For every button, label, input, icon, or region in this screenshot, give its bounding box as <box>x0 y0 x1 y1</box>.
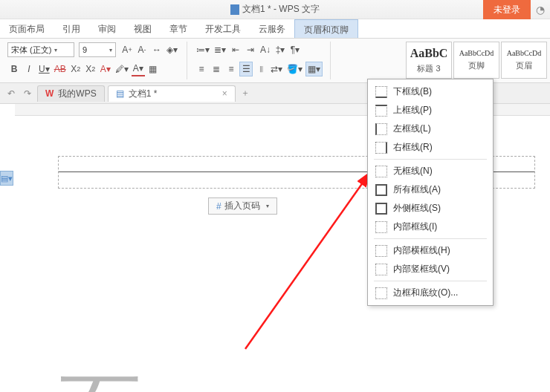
border-top-item[interactable]: 上框线(P) <box>369 101 491 120</box>
menu-devtools[interactable]: 开发工具 <box>196 19 250 38</box>
border-right-icon <box>375 142 387 154</box>
title-text: 文档1 * - WPS 文字 <box>230 3 320 16</box>
new-tab-button[interactable]: ＋ <box>239 87 252 100</box>
line-spacing-button[interactable]: ‡▾ <box>274 42 287 57</box>
border-dropdown-menu: 下框线(B) 上框线(P) 左框线(L) 右框线(R) 无框线(N) 所有框线(… <box>367 79 494 306</box>
page-number-icon: # <box>216 201 221 212</box>
ribbon: 宋体 (正文) ▾ 9 ▾ A+ A- ↔ ◈▾ B I U▾ AB X2 X2… <box>0 39 550 83</box>
border-top-icon <box>375 105 387 117</box>
border-inside-v-icon <box>375 264 387 275</box>
menu-review[interactable]: 审阅 <box>89 19 125 38</box>
menu-cloud[interactable]: 云服务 <box>250 19 294 38</box>
subscript-button[interactable]: X2 <box>84 62 97 76</box>
superscript-button[interactable]: X2 <box>69 62 82 76</box>
clear-format-button[interactable]: ◈▾ <box>165 42 179 57</box>
menu-separator <box>374 281 487 281</box>
font-name-value: 宋体 (正文) <box>11 45 51 56</box>
doc-icon: ▤ <box>116 88 124 99</box>
border-outside-item[interactable]: 外侧框线(S) <box>369 199 491 218</box>
align-justify-button[interactable]: ☰ <box>239 62 253 76</box>
tab-doc1[interactable]: ▤ 文档1 * × <box>108 85 236 102</box>
divider <box>187 42 187 79</box>
border-and-shading-item[interactable]: 边框和底纹(O)... <box>369 284 491 302</box>
menu-separator <box>374 238 487 239</box>
style-footer[interactable]: AaBbCcDd 页脚 <box>453 42 499 79</box>
shading-button[interactable]: 🪣▾ <box>285 62 304 76</box>
redo-button[interactable]: ↷ <box>21 87 34 100</box>
wps-logo-icon: W <box>45 88 54 99</box>
nav-pane-toggle[interactable]: ▤▾ <box>0 171 13 186</box>
document-body-text[interactable]: 百 <box>59 356 141 392</box>
chevron-down-icon: ▾ <box>109 47 112 53</box>
bold-button[interactable]: B <box>7 62 21 76</box>
styles-gallery: AaBbC 标题 3 AaBbCcDd 页脚 AaBbCcDd 页眉 <box>406 42 547 79</box>
menu-chapter[interactable]: 章节 <box>161 19 196 38</box>
strikethrough-button[interactable]: AB <box>53 62 68 76</box>
align-right-button[interactable]: ≡ <box>224 62 238 76</box>
style-header[interactable]: AaBbCcDd 页眉 <box>501 42 547 79</box>
font-color-button[interactable]: A▾ <box>132 62 145 76</box>
font-size-combo[interactable]: 9 ▾ <box>79 42 116 57</box>
border-right-item[interactable]: 右框线(R) <box>369 138 491 157</box>
style-heading3[interactable]: AaBbC 标题 3 <box>406 42 452 79</box>
show-marks-button[interactable]: ¶▾ <box>288 42 302 57</box>
change-case-button[interactable]: ↔ <box>150 42 164 57</box>
undo-button[interactable]: ↶ <box>4 87 18 100</box>
border-bottom-icon <box>375 86 387 98</box>
border-all-item[interactable]: 所有框线(A) <box>369 180 491 199</box>
underline-button[interactable]: U▾ <box>37 62 51 76</box>
border-outside-icon <box>375 203 387 215</box>
indent-button[interactable]: ⇄▾ <box>269 62 284 76</box>
menu-separator <box>374 159 487 160</box>
sort-button[interactable]: A↓ <box>259 42 272 57</box>
border-none-item[interactable]: 无框线(N) <box>369 162 491 180</box>
border-left-item[interactable]: 左框线(L) <box>369 120 491 138</box>
border-inside-item[interactable]: 内部框线(I) <box>369 218 491 236</box>
title-label: 文档1 * - WPS 文字 <box>242 3 320 16</box>
highlight-button[interactable]: 🖉▾ <box>114 62 130 76</box>
numbering-button[interactable]: ≣▾ <box>213 42 227 57</box>
font-size-value: 9 <box>82 45 87 54</box>
menu-page-layout[interactable]: 页面布局 <box>0 19 54 38</box>
char-shading-button[interactable]: ▦ <box>146 62 160 76</box>
menu-view[interactable]: 视图 <box>125 19 161 38</box>
doc-icon <box>230 4 239 15</box>
border-bottom-item[interactable]: 下框线(B) <box>369 82 491 101</box>
border-button[interactable]: ▦▾ <box>305 62 323 76</box>
border-inside-h-icon <box>375 245 387 257</box>
menu-reference[interactable]: 引用 <box>54 19 89 38</box>
border-left-icon <box>375 123 387 135</box>
border-inside-h-item[interactable]: 内部横框线(H) <box>369 241 491 260</box>
login-button[interactable]: 未登录 <box>483 0 531 19</box>
title-bar: 文档1 * - WPS 文字 未登录 ◔ <box>0 0 550 19</box>
border-inside-v-item[interactable]: 内部竖框线(V) <box>369 260 491 278</box>
insert-page-number-button[interactable]: # 插入页码 ▾ <box>208 197 277 215</box>
bullets-button[interactable]: ≔▾ <box>195 42 211 57</box>
user-icon[interactable]: ◔ <box>531 0 550 19</box>
text-color-button[interactable]: A▾ <box>99 62 112 76</box>
menu-header-footer[interactable]: 页眉和页脚 <box>294 19 358 38</box>
close-icon[interactable]: × <box>222 88 227 99</box>
border-dialog-icon <box>375 287 387 299</box>
font-name-combo[interactable]: 宋体 (正文) ▾ <box>7 42 74 57</box>
tab-my-wps[interactable]: W 我的WPS <box>37 85 105 102</box>
border-none-icon <box>375 166 387 177</box>
menu-bar: 页面布局 引用 审阅 视图 章节 开发工具 云服务 页眉和页脚 <box>0 19 550 39</box>
align-center-button[interactable]: ≣ <box>210 62 223 76</box>
italic-button[interactable]: I <box>22 62 36 76</box>
decrease-indent-button[interactable]: ⇤ <box>229 42 242 57</box>
decrease-font-button[interactable]: A- <box>135 42 149 57</box>
chevron-down-icon: ▾ <box>54 47 57 53</box>
chevron-down-icon: ▾ <box>266 203 269 209</box>
border-all-icon <box>375 184 387 196</box>
border-inside-icon <box>375 221 387 233</box>
divider <box>330 42 331 79</box>
align-left-button[interactable]: ≡ <box>195 62 208 76</box>
increase-indent-button[interactable]: ⇥ <box>244 42 257 57</box>
increase-font-button[interactable]: A+ <box>120 42 134 57</box>
nav-icon: ▤▾ <box>1 174 13 183</box>
distribute-button[interactable]: ⫴ <box>254 62 268 76</box>
